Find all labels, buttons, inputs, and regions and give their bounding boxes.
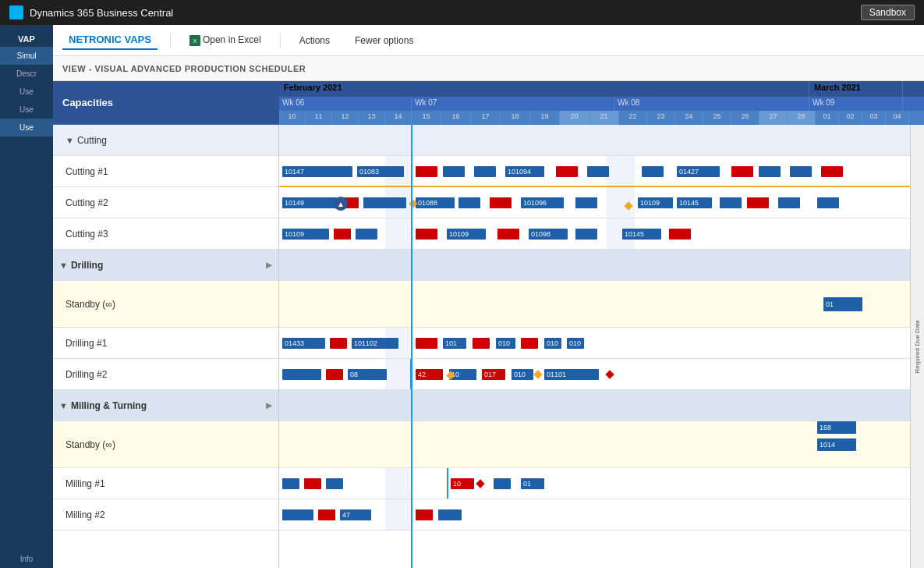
task-bar-cut3-red[interactable] (334, 229, 351, 240)
task-bar-cut2-i[interactable] (817, 197, 839, 208)
task-bar-cut1-i[interactable] (759, 166, 781, 177)
task-bar-01433[interactable]: 01433 (282, 338, 325, 349)
task-bar-10145[interactable]: 10145 (677, 197, 712, 208)
task-bar-dr2-08[interactable]: 08 (348, 369, 387, 380)
task-bar-dr1-red[interactable] (330, 338, 347, 349)
task-bar-milling-standby-a[interactable]: 168 (817, 421, 856, 434)
task-bar-m1-b[interactable] (326, 478, 343, 489)
task-bar-m2-a[interactable] (282, 509, 313, 520)
task-bar-cut1-f[interactable] (587, 166, 609, 177)
task-bar-cut2-c[interactable] (458, 197, 480, 208)
task-bar-m2-red[interactable] (318, 509, 335, 520)
task-bar-dr1-c[interactable]: 101 (443, 338, 466, 349)
task-bar-m1-red[interactable] (304, 478, 321, 489)
task-bar-m2-d[interactable] (438, 509, 462, 520)
task-bar-10149[interactable]: 10149 (282, 197, 337, 208)
sidebar-bottom-info[interactable]: Info (0, 550, 53, 568)
drilling-group-label: ▼ Drilling ▶ (53, 250, 278, 281)
task-bar-drilling-standby[interactable]: 01 (823, 297, 862, 311)
task-bar-cut2-b[interactable] (363, 197, 406, 208)
milling1-line (447, 468, 448, 499)
task-bar-dr1-g[interactable]: 010 (544, 338, 561, 349)
task-bar-01083[interactable]: 01083 (357, 166, 404, 177)
task-bar-cut3-b[interactable] (356, 229, 377, 240)
nav-arrow-up[interactable]: ▲ (334, 197, 348, 211)
task-bar-dr2-red[interactable] (326, 369, 343, 380)
day-28: 28 (788, 111, 816, 125)
task-bar-10109[interactable]: 10109 (282, 229, 329, 240)
day-03: 03 (862, 111, 886, 125)
task-bar-101096[interactable]: 101096 (521, 197, 564, 208)
task-bar-cut2-f[interactable] (720, 197, 742, 208)
task-bar-dr1-f[interactable] (521, 338, 538, 349)
drilling-1-label: Drilling #1 (53, 328, 278, 359)
task-bar-101427-cut1-a[interactable]: 10147 (282, 166, 352, 177)
task-bar-dr1-b[interactable] (416, 338, 437, 349)
sidebar-item-use1[interactable]: Use (0, 83, 53, 101)
task-bar-dr2-red-b[interactable]: 42 (416, 369, 443, 380)
gantt-milling-1-row: 10 01 (279, 468, 924, 499)
task-bar-cut3-e[interactable] (575, 229, 597, 240)
sidebar-item-use2[interactable]: Use (0, 101, 53, 119)
drilling-2-label: Drilling #2 (53, 359, 278, 390)
month-row: February 2021 March 2021 (279, 81, 924, 97)
milling-1-label: Milling #1 (53, 468, 278, 499)
btn-fewer-options[interactable]: Fewer options (349, 32, 420, 49)
day-20: 20 (560, 111, 589, 125)
sidebar-item-simul[interactable]: Simul (0, 47, 53, 65)
today-line (411, 125, 412, 568)
task-bar-01101[interactable]: 01101 (544, 369, 599, 380)
task-bar-01088[interactable]: 01088 (416, 197, 455, 208)
cutting-3-label: Cutting #3 (53, 218, 278, 250)
task-bar-m1-01[interactable]: 01 (521, 478, 544, 489)
task-bar-cut3-f[interactable] (669, 229, 691, 240)
sidebar-item-use3[interactable]: Use (0, 119, 53, 137)
task-bar-cut1-c[interactable] (443, 166, 465, 177)
task-bar-101094[interactable]: 101094 (505, 166, 544, 177)
day-02: 02 (839, 111, 862, 125)
task-bar-cut3-d[interactable] (497, 229, 519, 240)
task-bar-cut1-h[interactable] (731, 166, 753, 177)
task-bar-cut1-g[interactable] (642, 166, 664, 177)
day-12: 12 (332, 111, 359, 125)
task-bar-cut1-j[interactable] (790, 166, 812, 177)
btn-open-excel[interactable]: XOpen in Excel (183, 31, 267, 50)
task-bar-dr2-a[interactable] (282, 369, 321, 380)
task-bar-101102[interactable]: 101102 (352, 338, 398, 349)
task-bar-milling-standby-b[interactable]: 1014 (817, 438, 856, 451)
task-bar-cut2-h[interactable] (778, 197, 800, 208)
btn-actions[interactable]: Actions (293, 32, 336, 49)
task-bar-cut2-g[interactable] (747, 197, 769, 208)
milling-expand-icon[interactable]: ▶ (266, 401, 272, 410)
task-bar-dr1-e[interactable]: 010 (496, 338, 515, 349)
task-bar-cut1-e[interactable] (556, 166, 578, 177)
day-17: 17 (471, 111, 501, 125)
task-bar-10109[interactable]: 10109 (638, 197, 673, 208)
task-bar-cut2-d[interactable] (490, 197, 512, 208)
task-bar-dr1-d[interactable] (473, 338, 490, 349)
sidebar: VAP Simul Descr Use Use Use Info (0, 25, 53, 568)
task-bar-cut1-b[interactable] (416, 166, 437, 177)
drilling-expand-icon[interactable]: ▶ (266, 261, 272, 269)
tab-netronic-vaps[interactable]: NETRONIC VAPS (62, 30, 158, 50)
task-bar-cut1-d[interactable] (474, 166, 496, 177)
sidebar-item-descr[interactable]: Descr (0, 65, 53, 83)
task-bar-m2-c[interactable] (416, 509, 433, 520)
week-row: Wk 06 Wk 07 Wk 08 Wk 09 (279, 97, 924, 111)
task-bar-m1-c[interactable] (494, 478, 511, 489)
task-bar-10145-b[interactable]: 10145 (622, 229, 661, 240)
task-bar-dr1-h[interactable]: 010 (567, 338, 584, 349)
task-bar-cut2-e[interactable] (575, 197, 597, 208)
milling-1-text: Milling #1 (65, 478, 105, 489)
excel-icon: X (189, 35, 200, 46)
task-bar-cut1-k[interactable] (821, 166, 843, 177)
task-bar-m1-10[interactable]: 10 (451, 478, 474, 489)
task-bar-cut3-c[interactable] (416, 229, 437, 240)
task-bar-dr2-c[interactable]: 017 (482, 369, 505, 380)
task-bar-01098[interactable]: 01098 (529, 229, 568, 240)
task-bar-m2-b[interactable]: 47 (340, 509, 371, 520)
task-bar-dr2-d[interactable]: 010 (512, 369, 533, 380)
task-bar-m1-a[interactable] (282, 478, 299, 489)
task-bar-10109-b[interactable]: 10109 (447, 229, 486, 240)
task-bar-01427[interactable]: 01427 (677, 166, 720, 177)
